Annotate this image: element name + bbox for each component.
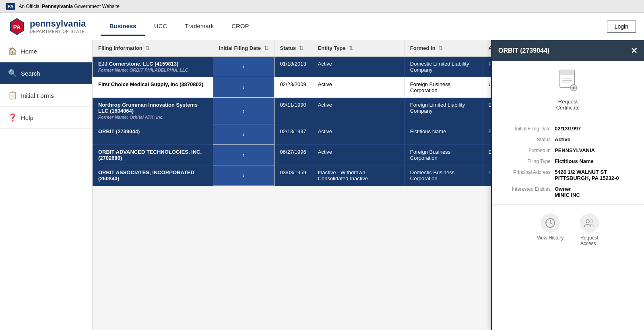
sidebar-label-home: Home [21,48,37,55]
logo-area: PA pennsylvania DEPARTMENT OF STATE [8,18,101,35]
sidebar-item-search[interactable]: 🔍 Search [0,62,92,85]
certificate-svg: ★ [558,69,578,92]
access-svg [584,217,595,229]
row-arrow[interactable]: › [213,145,274,165]
detail-field-label: Formed In [498,147,551,153]
detail-fields-section: Initial Filing Date02/13/1997StatusActiv… [492,119,644,205]
col-entity-type[interactable]: Entity Type ⇅ [312,40,404,56]
row-arrow[interactable]: › [213,56,274,77]
entity-type-cell: Domestic Business Corporation [404,165,483,186]
tab-crop[interactable]: CROP [223,17,258,36]
entity-name-cell: ORBIT ADVANCED TECHNOLOGIES, INC. (27026… [93,145,213,165]
request-access-icon [580,213,599,233]
row-arrow[interactable]: › [213,98,274,124]
pa-badge: PA [6,3,15,10]
detail-field-row: Initial Filing Date02/13/1997 [492,123,644,134]
detail-field-label: Status [498,136,551,142]
entity-name-cell: ORBIT ASSOCIATES, INCORPORATED (260840) [93,165,213,186]
svg-point-10 [586,220,589,223]
detail-header: ORBIT (2739044) ✕ [492,40,644,61]
request-access-label: RequestAccess [580,235,599,246]
entity-name-cell: ORBIT (2739044) [93,124,213,145]
sidebar-label-initial-forms: Initial Forms [21,92,54,99]
filing-date-cell: 02/23/2009 [274,77,312,98]
entity-type-cell: Foreign Business Corporation [404,145,483,165]
sort-filing-icon: ⇅ [145,45,150,51]
sidebar: 🏠 Home 🔍 Search 📋 Initial Forms ❓ Help [0,40,93,330]
pa-logo-icon: PA [8,18,26,35]
search-icon: 🔍 [8,69,17,78]
status-cell: Inactive - Withdrawn - Consolidated Inac… [312,165,404,186]
detail-field-row: Formed InPENNSYLVANIA [492,145,644,156]
view-history-label: View History [537,235,564,241]
history-svg [545,217,556,229]
header: PA pennsylvania DEPARTMENT OF STATE Busi… [0,13,644,40]
detail-cert-section: ★ RequestCertificate [492,61,644,119]
status-cell: Active [312,77,404,98]
detail-field-value: Fictitious Name [555,158,594,164]
svg-text:PA: PA [13,24,21,30]
tab-business[interactable]: Business [101,17,145,36]
entity-type-cell: Domestic Limited Liability Company [404,56,483,77]
request-access-button[interactable]: RequestAccess [580,213,599,246]
status-cell: Active [312,56,404,77]
entity-type-cell: Foreign Business Corporation [404,77,483,98]
nav-tabs: Business UCC Trademark CROP [101,17,607,36]
detail-field-label: Interested Entities [498,186,551,198]
col-status[interactable]: Status ⇅ [274,40,312,56]
status-cell: Active [312,145,404,165]
sort-status-icon: ⇅ [299,45,303,51]
sidebar-item-help[interactable]: ❓ Help [0,107,92,129]
sidebar-item-initial-forms[interactable]: 📋 Initial Forms [0,85,92,107]
entity-type-cell: Fictitious Name [404,124,483,145]
entity-name-cell: Northrop Grumman Innovation Systems LLC … [93,98,213,124]
main-layout: 🏠 Home 🔍 Search 📋 Initial Forms ❓ Help F… [0,40,644,330]
entity-name-cell: EJJ Cornerstone, LLC (4159813)Former Nam… [93,56,213,77]
tab-trademark[interactable]: Trademark [176,17,223,36]
entity-type-cell: Foreign Limited Liability Company [404,98,483,124]
view-history-button[interactable]: View History [537,213,564,246]
home-icon: 🏠 [8,47,17,56]
row-arrow[interactable]: › [213,77,274,98]
cert-label: RequestCertificate [556,99,580,111]
detail-field-row: Filing TypeFictitious Name [492,156,644,167]
col-formed-in[interactable]: Formed In ⇅ [404,40,483,56]
row-arrow[interactable]: › [213,124,274,145]
detail-field-label: Initial Filing Date [498,126,551,132]
help-icon: ❓ [8,113,17,122]
detail-field-value: 5426 1/2 WALNUT ST PITTSBURGH, PA 15232-… [555,169,619,181]
detail-close-button[interactable]: ✕ [631,46,638,56]
filing-date-cell: 01/18/2013 [274,56,312,77]
detail-body: ★ RequestCertificate Initial Filing Date… [492,61,644,330]
col-filing-info[interactable]: Filing Information ⇅ [93,40,213,56]
svg-text:★: ★ [572,86,576,90]
logo-penn: pennsylvania [30,19,86,29]
svg-rect-3 [560,70,574,75]
detail-field-row: Interested EntitiesOwner MINIC INC [492,184,644,200]
detail-field-value: PENNSYLVANIA [555,147,595,153]
sort-date-icon: ⇅ [264,45,268,51]
col-initial-filing-date[interactable]: Initial Filing Date ⇅ [213,40,274,56]
detail-field-value: 02/13/1997 [555,126,581,132]
cert-icon: ★ [558,69,578,95]
filing-date-cell: 06/27/1996 [274,145,312,165]
detail-field-row: StatusActive [492,134,644,145]
detail-field-value: Owner MINIC INC [555,186,580,198]
sidebar-item-home[interactable]: 🏠 Home [0,40,92,62]
tab-ucc[interactable]: UCC [145,17,176,36]
detail-actions-section: View History RequestAccess [492,205,644,254]
detail-title: ORBIT (2739044) [498,47,549,54]
filing-date-cell: 02/13/1997 [274,124,312,145]
row-arrow[interactable]: › [213,165,274,186]
detail-field-value: Active [555,136,570,142]
filing-date-cell: 03/03/1959 [274,165,312,186]
forms-icon: 📋 [8,91,17,100]
top-banner: PA An Official Pennsylvania Government W… [0,0,644,13]
detail-panel: ORBIT (2739044) ✕ ★ [491,40,644,330]
status-cell: Active [312,124,404,145]
sort-entity-icon: ⇅ [349,45,353,51]
login-button[interactable]: Login [607,21,636,33]
banner-text: An Official Pennsylvania Government Webs… [19,4,119,9]
sort-formed-icon: ⇅ [438,45,443,51]
detail-field-label: Filing Type [498,158,551,164]
